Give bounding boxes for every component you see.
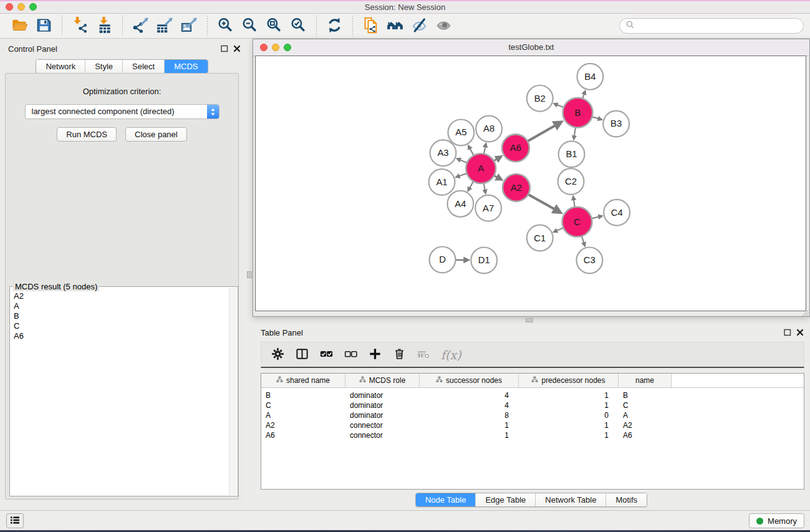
graph-node-A[interactable]: A (466, 153, 496, 183)
table-cell[interactable]: B (619, 391, 672, 400)
export-network-button[interactable] (130, 16, 152, 37)
zoom-selected-button[interactable] (287, 16, 309, 37)
table-row[interactable]: A2connector11A2 (261, 420, 804, 430)
network-canvas[interactable]: B4B2BB3A5A8A6A3AB1A1A2C2A4A7C4CC1C3DD1 (255, 56, 806, 311)
graph-node-C1[interactable]: C1 (527, 225, 553, 251)
graph-node-A4[interactable]: A4 (447, 191, 473, 217)
table-cell[interactable]: 1 (519, 421, 619, 430)
column-header-MCDS-role[interactable]: MCDS role (345, 374, 420, 387)
search-input[interactable] (638, 19, 797, 33)
table-cell[interactable]: A (261, 411, 345, 420)
add-row-button[interactable] (365, 345, 385, 364)
network-window-titlebar[interactable]: testGlobe.txt (253, 39, 809, 56)
close-panel-button[interactable]: Close panel (125, 127, 187, 142)
table-row[interactable]: A6connector11A6 (261, 430, 804, 440)
close-panel-icon[interactable] (233, 45, 241, 53)
mcds-result-item[interactable]: C (14, 321, 226, 331)
export-image-button[interactable] (178, 16, 200, 37)
mcds-result-item[interactable]: A (14, 301, 226, 311)
graph-node-C3[interactable]: C3 (576, 247, 602, 273)
column-header-predecessor-nodes[interactable]: predecessor nodes (519, 374, 619, 387)
graph-node-B1[interactable]: B1 (559, 141, 585, 167)
resize-grip-icon[interactable] (801, 308, 809, 317)
tab-mcds[interactable]: MCDS (164, 60, 207, 73)
graph-node-D[interactable]: D (430, 247, 456, 273)
column-header-successor-nodes[interactable]: successor nodes (420, 374, 519, 387)
tab-edge-table[interactable]: Edge Table (475, 493, 535, 506)
delete-row-button[interactable] (390, 345, 409, 364)
graph-edge-B-B2[interactable] (557, 105, 564, 107)
run-mcds-button[interactable]: Run MCDS (57, 127, 117, 142)
open-file-button[interactable] (9, 16, 31, 37)
table-close-panel-icon[interactable] (796, 329, 804, 337)
tab-select[interactable]: Select (122, 60, 164, 73)
network-horizontal-scroll-thumb[interactable] (526, 318, 533, 322)
table-cell[interactable]: 0 (519, 411, 619, 420)
graph-edge-C-C1[interactable] (557, 228, 564, 231)
graph-edge-C-C3[interactable] (582, 236, 584, 243)
table-cell[interactable]: connector (345, 431, 420, 440)
table-cell[interactable]: C (261, 401, 345, 410)
graph-node-D1[interactable]: D1 (471, 247, 497, 273)
mcds-result-item[interactable]: A6 (14, 331, 226, 341)
duplicate-network-button[interactable] (360, 16, 382, 37)
zoom-in-button[interactable] (215, 16, 236, 37)
table-cell[interactable]: dominator (345, 391, 420, 400)
refresh-button[interactable] (324, 16, 345, 37)
network-minimize-button[interactable] (272, 44, 279, 51)
table-cell[interactable]: 4 (420, 401, 519, 410)
graph-node-A3[interactable]: A3 (430, 140, 456, 166)
table-cell[interactable]: 1 (519, 401, 619, 410)
table-cell[interactable]: 1 (420, 421, 519, 430)
hide-selected-button[interactable] (408, 16, 430, 37)
graph-edge-A-A7[interactable] (484, 183, 485, 190)
graph-node-C2[interactable]: C2 (558, 168, 584, 195)
column-header-shared-name[interactable]: shared name (261, 374, 345, 387)
graph-edge-B-B3[interactable] (592, 117, 599, 118)
table-float-panel-icon[interactable] (783, 329, 791, 337)
table-cell[interactable]: connector (345, 421, 420, 430)
graph-edge-C-C2[interactable] (574, 200, 575, 207)
graph-edge-A-A1[interactable] (459, 173, 467, 176)
table-cell[interactable]: dominator (345, 411, 420, 420)
graph-node-A5[interactable]: A5 (448, 120, 474, 146)
graph-node-A8[interactable]: A8 (476, 116, 502, 142)
zoom-out-button[interactable] (239, 16, 261, 37)
float-panel-icon[interactable] (220, 45, 228, 53)
table-cell[interactable]: A6 (619, 431, 672, 440)
table-cell[interactable]: A2 (619, 421, 672, 430)
graph-edge-C-C4[interactable] (592, 216, 599, 218)
graph-node-A7[interactable]: A7 (475, 195, 501, 221)
save-session-button[interactable] (33, 16, 55, 37)
network-close-button[interactable] (260, 44, 268, 51)
column-header-name[interactable]: name (619, 374, 672, 387)
graph-node-B2[interactable]: B2 (527, 85, 553, 112)
import-table-button[interactable] (94, 16, 115, 37)
tab-motifs[interactable]: Motifs (605, 493, 647, 506)
memory-button[interactable]: Memory (749, 513, 804, 528)
graph-node-B[interactable]: B (563, 98, 593, 128)
function-builder-button[interactable]: f(x) (441, 348, 461, 362)
graph-node-C[interactable]: C (562, 207, 592, 237)
network-vertical-scroll-thumb[interactable] (247, 271, 252, 278)
table-cell[interactable]: B (261, 391, 345, 400)
select-all-button[interactable] (317, 345, 336, 364)
zoom-fit-button[interactable] (263, 16, 285, 37)
graph-edge-A-A3[interactable] (460, 160, 468, 163)
graph-node-A6[interactable]: A6 (502, 134, 529, 162)
table-row[interactable]: Cdominator41C (261, 400, 804, 410)
first-neighbors-button[interactable] (384, 16, 406, 37)
table-cell[interactable]: A2 (261, 421, 345, 430)
import-network-button[interactable] (69, 16, 91, 37)
table-cell[interactable]: C (619, 401, 672, 410)
table-cell[interactable]: A6 (261, 431, 345, 440)
table-row[interactable]: Bdominator41B (261, 390, 804, 400)
graph-edge-A-A4[interactable] (470, 181, 473, 188)
table-cell[interactable]: dominator (345, 401, 420, 410)
gear-button[interactable] (268, 345, 287, 364)
optimization-criterion-dropdown[interactable]: largest connected component (directed) (25, 104, 219, 119)
table-row[interactable]: Adominator80A (261, 410, 804, 420)
network-zoom-button[interactable] (284, 44, 291, 51)
graph-edge-A6-B[interactable] (528, 125, 556, 142)
table-cell[interactable]: A (619, 411, 672, 420)
